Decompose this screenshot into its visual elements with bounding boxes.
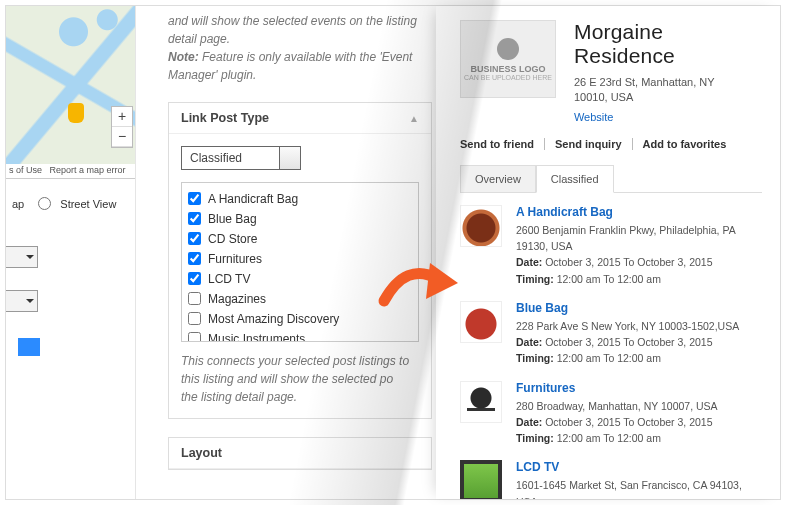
post-option-checkbox[interactable]	[188, 252, 201, 265]
post-type-select[interactable]: Classified	[181, 146, 301, 170]
post-option-checkbox[interactable]	[188, 192, 201, 205]
layout-title: Layout	[181, 446, 222, 460]
post-option[interactable]: CD Store	[186, 229, 414, 249]
admin-column: and will show the selected events on the…	[136, 6, 446, 499]
item-address: 228 Park Ave S New York, NY 10003-1502,U…	[516, 318, 739, 334]
item-title[interactable]: Furnitures	[516, 381, 718, 395]
map-zoom: + −	[111, 106, 133, 148]
business-address: 26 E 23rd St, Manhattan, NY10010, USA	[574, 75, 762, 106]
map-tab-label: ap	[12, 198, 26, 210]
item-timing: Timing: 12:00 am To 12:00 am	[516, 430, 718, 446]
post-option-checkbox[interactable]	[188, 292, 201, 305]
action-send-to-friend[interactable]: Send to friend	[460, 138, 545, 150]
item-date: Date: October 3, 2015 To October 3, 2015	[516, 414, 718, 430]
tabs: OverviewClassified	[460, 164, 762, 193]
action-bar: Send to friendSend inquiryAdd to favorit…	[460, 138, 762, 150]
post-option-checkbox[interactable]	[188, 232, 201, 245]
color-swatch[interactable]	[6, 338, 44, 356]
tab-overview[interactable]: Overview	[460, 165, 536, 192]
post-option[interactable]: Most Amazing Discovery	[186, 309, 414, 329]
item-timing: Timing: 12:00 am To 12:00 am	[516, 271, 762, 287]
listing-item: A Handicraft Bag2600 Benjamin Franklin P…	[460, 205, 762, 287]
item-date: Date: October 3, 2015 To October 3, 2015	[516, 254, 762, 270]
item-list: A Handicraft Bag2600 Benjamin Franklin P…	[460, 205, 762, 499]
item-title[interactable]: A Handicraft Bag	[516, 205, 762, 219]
item-address: 1601-1645 Market St, San Francisco, CA 9…	[516, 477, 762, 499]
post-option[interactable]: Furnitures	[186, 249, 414, 269]
map-terms[interactable]: s of Use	[9, 165, 42, 175]
street-view-radio[interactable]	[38, 197, 51, 210]
post-option[interactable]: Blue Bag	[186, 209, 414, 229]
mini-select-1[interactable]	[6, 246, 38, 268]
listing-item: Blue Bag228 Park Ave S New York, NY 1000…	[460, 301, 762, 367]
business-title: Morgaine Residence	[574, 20, 762, 68]
panel-header[interactable]: Link Post Type ▲	[169, 103, 431, 134]
website-link[interactable]: Website	[574, 111, 614, 123]
item-address: 2600 Benjamin Franklin Pkwy, Philadelphi…	[516, 222, 762, 255]
map-footer: s of Use Report a map error	[6, 164, 136, 178]
action-send-inquiry[interactable]: Send inquiry	[545, 138, 633, 150]
layout-panel: Layout	[168, 437, 432, 470]
post-option[interactable]: A Handicraft Bag	[186, 189, 414, 209]
left-sidebar: + − s of Use Report a map error ap Stree…	[6, 6, 136, 499]
collapse-icon: ▲	[409, 113, 419, 124]
layout-header[interactable]: Layout	[169, 438, 431, 469]
item-timing: Timing: 12:00 am To 12:00 am	[516, 350, 739, 366]
logo-text-2: CAN BE UPLOADED HERE	[464, 74, 552, 81]
zoom-in-button[interactable]: +	[112, 107, 132, 127]
item-thumb	[460, 381, 502, 423]
listing-item: LCD TV1601-1645 Market St, San Francisco…	[460, 460, 762, 499]
mini-select-2[interactable]	[6, 290, 38, 312]
map[interactable]: + − s of Use Report a map error	[6, 6, 136, 179]
item-address: 280 Broadway, Manhattan, NY 10007, USA	[516, 398, 718, 414]
map-report[interactable]: Report a map error	[50, 165, 126, 175]
item-thumb	[460, 301, 502, 343]
help-text-2: This connects your selected post listing…	[181, 352, 419, 406]
post-option[interactable]: Magazines	[186, 289, 414, 309]
business-logo-placeholder: BUSINESS LOGO CAN BE UPLOADED HERE	[460, 20, 556, 98]
panel-title: Link Post Type	[181, 111, 269, 125]
item-thumb	[460, 205, 502, 247]
item-title[interactable]: LCD TV	[516, 460, 762, 474]
post-option-checkbox[interactable]	[188, 272, 201, 285]
action-add-to-favorites[interactable]: Add to favorites	[633, 138, 737, 150]
post-option[interactable]: LCD TV	[186, 269, 414, 289]
zoom-out-button[interactable]: −	[112, 127, 132, 147]
item-date: Date: October 3, 2015 To October 3, 2015	[516, 334, 739, 350]
tab-classified[interactable]: Classified	[536, 165, 614, 193]
post-option-checkbox[interactable]	[188, 312, 201, 325]
item-title[interactable]: Blue Bag	[516, 301, 739, 315]
pin-icon	[497, 38, 519, 60]
post-option-checkbox[interactable]	[188, 212, 201, 225]
pegman-icon[interactable]	[68, 103, 84, 123]
listing-preview: BUSINESS LOGO CAN BE UPLOADED HERE Morga…	[436, 6, 780, 499]
help-text-1: and will show the selected events on the…	[168, 12, 432, 84]
listing-item: Furnitures280 Broadway, Manhattan, NY 10…	[460, 381, 762, 447]
link-post-type-panel: Link Post Type ▲ Classified A Handicraft…	[168, 102, 432, 419]
street-view-label: Street View	[60, 198, 116, 210]
map-view-toggle: ap Street View	[6, 179, 135, 228]
item-thumb	[460, 460, 502, 499]
post-option[interactable]: Music Instruments	[186, 329, 414, 342]
post-option-checkbox[interactable]	[188, 332, 201, 342]
post-list-box[interactable]: A Handicraft BagBlue BagCD StoreFurnitur…	[181, 182, 419, 342]
